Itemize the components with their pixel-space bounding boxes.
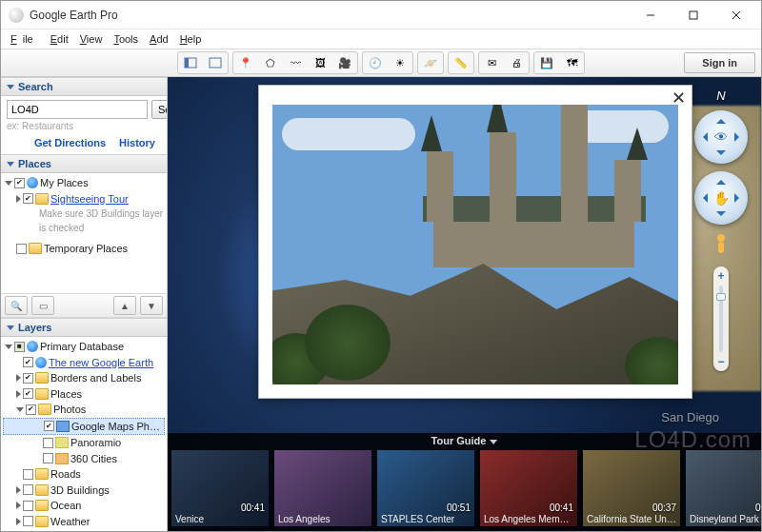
pegman-icon[interactable] <box>712 232 731 259</box>
layers-primary[interactable]: ■ Primary Database <box>3 339 165 355</box>
layer-google-maps-photos[interactable]: ✔ Google Maps Ph… <box>3 418 165 436</box>
temporary-label: Temporary Places <box>44 241 128 257</box>
tour-thumb-csu[interactable]: 00:37 California State Uni… <box>583 450 680 526</box>
history-imagery-button[interactable]: 🕘 <box>364 53 387 72</box>
menu-view[interactable]: View <box>74 32 109 46</box>
layer-label: Borders and Labels <box>50 370 141 386</box>
move-down-button[interactable]: ▼ <box>140 296 163 315</box>
disclosure-right-icon <box>16 518 21 525</box>
move-up-button[interactable]: ▲ <box>113 296 136 315</box>
folder-icon <box>35 500 49 511</box>
zoom-thumb[interactable] <box>716 293 726 301</box>
get-directions-link[interactable]: Get Directions <box>34 137 106 148</box>
layer-borders-labels[interactable]: ✔ Borders and Labels <box>3 370 165 386</box>
disclosure-down-icon <box>16 407 24 412</box>
sunlight-button[interactable]: ☀ <box>389 53 411 72</box>
checkbox-half-icon[interactable]: ■ <box>14 342 25 352</box>
search-button[interactable]: Search <box>151 100 168 119</box>
menu-help[interactable]: Help <box>174 32 208 46</box>
add-polygon-button[interactable]: ⬠ <box>259 53 282 72</box>
menu-file[interactable]: File <box>5 32 45 46</box>
checkbox-icon[interactable] <box>43 453 53 463</box>
menu-add[interactable]: Add <box>144 32 174 46</box>
layer-weather[interactable]: Weather <box>3 514 165 530</box>
tour-guide-header[interactable]: Tour Guide <box>431 435 498 446</box>
layers-header-label: Layers <box>18 322 51 333</box>
checkbox-icon[interactable]: ✔ <box>23 373 33 384</box>
globe-icon <box>27 177 38 188</box>
layer-label: Panoramio <box>70 435 121 451</box>
view-in-maps-button[interactable]: 🗺 <box>560 53 583 72</box>
close-button[interactable] <box>714 2 757 29</box>
menu-tools[interactable]: Tools <box>108 32 144 46</box>
add-path-button[interactable]: 〰 <box>284 53 307 72</box>
checkbox-icon[interactable] <box>23 484 33 495</box>
checkbox-icon[interactable] <box>16 244 27 254</box>
layer-photos[interactable]: ✔ Photos <box>3 402 165 418</box>
tour-thumbnails[interactable]: 00:41 Venice Los Angeles 00:51 STAPLES C… <box>171 450 761 527</box>
places-panel-button[interactable]: ▭ <box>31 296 54 315</box>
info-balloon: ✕ <box>258 85 692 399</box>
checkbox-icon[interactable]: ✔ <box>44 421 54 431</box>
zoom-track[interactable] <box>719 286 723 352</box>
ruler-button[interactable]: 📏 <box>450 53 472 72</box>
planet-button[interactable]: 🪐 <box>419 53 442 72</box>
menu-edit[interactable]: Edit <box>45 32 74 46</box>
database-icon <box>27 341 38 352</box>
zoom-slider[interactable]: + − <box>713 266 729 371</box>
search-panel-header[interactable]: Search <box>1 77 167 96</box>
move-ring[interactable]: ✋ <box>694 171 748 225</box>
places-panel-header[interactable]: Places <box>1 154 167 173</box>
layer-roads[interactable]: Roads <box>3 466 165 483</box>
minimize-button[interactable] <box>629 2 672 29</box>
email-button[interactable]: ✉ <box>480 53 503 72</box>
tour-thumb-los-angeles[interactable]: Los Angeles <box>274 450 371 526</box>
sign-in-button[interactable]: Sign in <box>684 52 755 73</box>
layer-panoramio[interactable]: Panoramio <box>3 435 165 451</box>
map-viewport[interactable]: San Diego N 👁 ✋ + − <box>168 77 761 531</box>
print-button[interactable]: 🖨 <box>505 53 528 72</box>
layer-new-google-earth[interactable]: ✔ The new Google Earth <box>3 355 165 371</box>
disclosure-right-icon <box>16 502 21 509</box>
balloon-photo[interactable] <box>272 105 678 384</box>
svg-rect-5 <box>185 58 189 68</box>
layer-places[interactable]: ✔ Places <box>3 386 165 403</box>
layer-ocean[interactable]: Ocean <box>3 498 165 514</box>
tour-thumb-coliseum[interactable]: 00:41 Los Angeles Memori… <box>480 450 577 526</box>
history-link[interactable]: History <box>119 137 155 148</box>
menubar: File Edit View Tools Add Help <box>1 30 761 49</box>
checkbox-icon[interactable]: ✔ <box>26 404 36 415</box>
checkbox-icon[interactable]: ✔ <box>14 178 25 188</box>
fullscreen-button[interactable] <box>204 53 227 72</box>
look-ring[interactable]: 👁 <box>694 110 748 164</box>
tour-thumb-venice[interactable]: 00:41 Venice <box>171 450 269 526</box>
checkbox-icon[interactable]: ✔ <box>23 357 33 367</box>
layer-360-cities[interactable]: 360 Cities <box>3 451 165 467</box>
toolbar-group-tools: 📏 <box>448 51 474 74</box>
zoom-in-button[interactable]: + <box>717 268 724 284</box>
add-placemark-button[interactable]: 📍 <box>234 53 257 72</box>
checkbox-icon[interactable] <box>23 469 33 480</box>
add-image-overlay-button[interactable]: 🖼 <box>309 53 331 72</box>
places-my-places[interactable]: ✔ My Places <box>3 175 165 191</box>
layer-3d-buildings[interactable]: 3D Buildings <box>3 483 165 499</box>
checkbox-icon[interactable] <box>23 501 33 511</box>
zoom-out-button[interactable]: − <box>717 354 724 369</box>
layers-panel-header[interactable]: Layers <box>1 318 167 337</box>
record-tour-button[interactable]: 🎥 <box>333 53 356 72</box>
search-input[interactable] <box>7 100 148 119</box>
pan-left-icon <box>698 193 708 203</box>
maximize-button[interactable] <box>672 2 714 29</box>
search-places-button[interactable]: 🔍 <box>5 296 28 315</box>
checkbox-icon[interactable]: ✔ <box>23 193 33 204</box>
checkbox-icon[interactable] <box>23 516 33 526</box>
checkbox-icon[interactable] <box>43 438 53 448</box>
folder-icon <box>35 372 49 384</box>
places-temporary[interactable]: Temporary Places <box>3 241 165 257</box>
tour-thumb-staples[interactable]: 00:51 STAPLES Center <box>377 450 474 526</box>
tour-thumb-disneyland[interactable]: 00:39 Disneyland Park <box>686 450 761 526</box>
places-sightseeing[interactable]: ✔ Sightseeing Tour <box>3 191 165 207</box>
toggle-sidebar-button[interactable] <box>179 53 202 72</box>
save-image-button[interactable]: 💾 <box>535 53 558 72</box>
checkbox-icon[interactable]: ✔ <box>23 388 33 399</box>
